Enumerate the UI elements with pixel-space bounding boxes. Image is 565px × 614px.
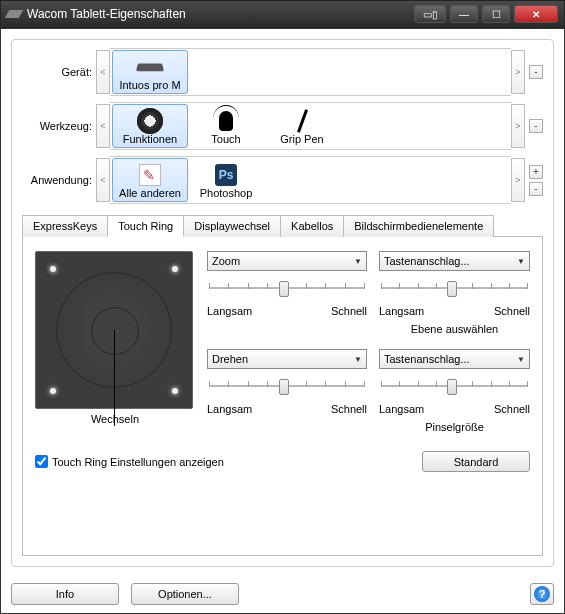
app-item-all[interactable]: Alle anderen <box>112 158 188 202</box>
slider-slow-label: Langsam <box>207 403 252 415</box>
chevron-down-icon: ▼ <box>517 355 525 364</box>
titlebar: Wacom Tablett-Eigenschaften ▭▯ — ☐ ✕ <box>0 0 565 28</box>
device-item-intuos[interactable]: Intuos pro M <box>112 50 188 94</box>
tool-label: Werkzeug: <box>22 120 96 132</box>
tool-remove[interactable]: - <box>529 119 543 133</box>
chevron-down-icon: ▼ <box>354 257 362 266</box>
app-prev[interactable]: < <box>96 158 110 202</box>
device-item-label: Intuos pro M <box>119 79 180 91</box>
tool-item-pen[interactable]: Grip Pen <box>264 104 340 148</box>
close-button[interactable]: ✕ <box>514 5 558 23</box>
app-strip: Alle anderen Ps Photoshop <box>110 156 511 204</box>
app-row: Anwendung: < Alle anderen Ps Photoshop >… <box>22 156 543 204</box>
app-label: Anwendung: <box>22 174 96 186</box>
touchring-grid: Zoom ▼ Langsam Schnell <box>35 251 530 433</box>
gear-icon <box>135 110 165 132</box>
help-icon: ? <box>534 586 550 602</box>
window-body: Gerät: < Intuos pro M > - Werkzeug: < Fu… <box>0 28 565 614</box>
pen-icon <box>287 110 317 132</box>
combo-value: Zoom <box>212 255 240 267</box>
slider-slow-label: Langsam <box>379 305 424 317</box>
thumbnail-button[interactable]: ▭▯ <box>414 5 446 23</box>
combo-value: Drehen <box>212 353 248 365</box>
func-bottom-left: Drehen ▼ Langsam Schnell <box>207 349 367 415</box>
app-item-photoshop[interactable]: Ps Photoshop <box>188 158 264 202</box>
tab-kabellos[interactable]: Kabellos <box>280 215 344 237</box>
func-bl-slider[interactable] <box>207 375 367 399</box>
slider-fast-label: Schnell <box>494 403 530 415</box>
show-settings-label: Touch Ring Einstellungen anzeigen <box>52 456 224 468</box>
app-remove[interactable]: - <box>529 182 543 196</box>
chevron-down-icon: ▼ <box>354 355 362 364</box>
show-settings-checkbox[interactable]: Touch Ring Einstellungen anzeigen <box>35 455 224 468</box>
maximize-button[interactable]: ☐ <box>482 5 510 23</box>
func-br-combo[interactable]: Tastenanschlag... ▼ <box>379 349 530 369</box>
tool-item-label: Funktionen <box>123 133 177 145</box>
func-top-right: Tastenanschlag... ▼ Langsam Schnell Eben… <box>379 251 530 335</box>
minimize-button[interactable]: — <box>450 5 478 23</box>
tablet-icon <box>135 56 165 78</box>
app-next[interactable]: > <box>511 158 525 202</box>
window-title: Wacom Tablett-Eigenschaften <box>27 7 414 21</box>
tool-row: Werkzeug: < Funktionen Touch Grip Pen > … <box>22 102 543 150</box>
tab-touchring[interactable]: Touch Ring <box>107 215 184 237</box>
tool-next[interactable]: > <box>511 104 525 148</box>
app-item-label: Alle anderen <box>119 187 181 199</box>
func-tr-sublabel: Ebene auswählen <box>379 323 530 335</box>
photoshop-icon: Ps <box>211 164 241 186</box>
slider-slow-label: Langsam <box>207 305 252 317</box>
func-br-sublabel: Pinselgröße <box>379 421 530 433</box>
tab-content: Zoom ▼ Langsam Schnell <box>22 237 543 556</box>
tool-item-touch[interactable]: Touch <box>188 104 264 148</box>
slider-slow-label: Langsam <box>379 403 424 415</box>
slider-fast-label: Schnell <box>331 403 367 415</box>
all-apps-icon <box>135 164 165 186</box>
func-top-left: Zoom ▼ Langsam Schnell <box>207 251 367 317</box>
app-add[interactable]: + <box>529 165 543 179</box>
show-settings-input[interactable] <box>35 455 48 468</box>
tabstrip: ExpressKeys Touch Ring Displaywechsel Ka… <box>22 214 543 237</box>
device-remove[interactable]: - <box>529 65 543 79</box>
func-bl-combo[interactable]: Drehen ▼ <box>207 349 367 369</box>
app-icon <box>5 10 24 18</box>
func-br-slider[interactable] <box>379 375 530 399</box>
func-tl-slider[interactable] <box>207 277 367 301</box>
device-strip: Intuos pro M <box>110 48 511 96</box>
app-item-label: Photoshop <box>200 187 253 199</box>
tab-bildschirm[interactable]: Bildschirmbedienelemente <box>343 215 494 237</box>
info-button[interactable]: Info <box>11 583 119 605</box>
tool-item-label: Grip Pen <box>280 133 323 145</box>
func-tr-slider[interactable] <box>379 277 530 301</box>
device-prev[interactable]: < <box>96 50 110 94</box>
combo-value: Tastenanschlag... <box>384 255 470 267</box>
tool-prev[interactable]: < <box>96 104 110 148</box>
tab-displaywechsel[interactable]: Displaywechsel <box>183 215 281 237</box>
combo-value: Tastenanschlag... <box>384 353 470 365</box>
tool-item-label: Touch <box>211 133 240 145</box>
options-button[interactable]: Optionen... <box>131 583 239 605</box>
tab-expresskeys[interactable]: ExpressKeys <box>22 215 108 237</box>
help-button[interactable]: ? <box>530 583 554 605</box>
ring-center-label: Wechseln <box>35 413 195 425</box>
main-panel: Gerät: < Intuos pro M > - Werkzeug: < Fu… <box>11 39 554 567</box>
chevron-down-icon: ▼ <box>517 257 525 266</box>
slider-fast-label: Schnell <box>331 305 367 317</box>
tool-item-functions[interactable]: Funktionen <box>112 104 188 148</box>
slider-fast-label: Schnell <box>494 305 530 317</box>
footer: Info Optionen... ? <box>1 577 564 613</box>
func-tr-combo[interactable]: Tastenanschlag... ▼ <box>379 251 530 271</box>
show-settings-row: Touch Ring Einstellungen anzeigen Standa… <box>35 451 530 472</box>
func-tl-combo[interactable]: Zoom ▼ <box>207 251 367 271</box>
device-next[interactable]: > <box>511 50 525 94</box>
standard-button[interactable]: Standard <box>422 451 530 472</box>
touch-icon <box>211 110 241 132</box>
ring-visual: Wechseln <box>35 251 195 425</box>
func-bottom-right: Tastenanschlag... ▼ Langsam Schnell Pins… <box>379 349 530 433</box>
device-label: Gerät: <box>22 66 96 78</box>
window-buttons: ▭▯ — ☐ ✕ <box>414 5 558 23</box>
tool-strip: Funktionen Touch Grip Pen <box>110 102 511 150</box>
device-row: Gerät: < Intuos pro M > - <box>22 48 543 96</box>
